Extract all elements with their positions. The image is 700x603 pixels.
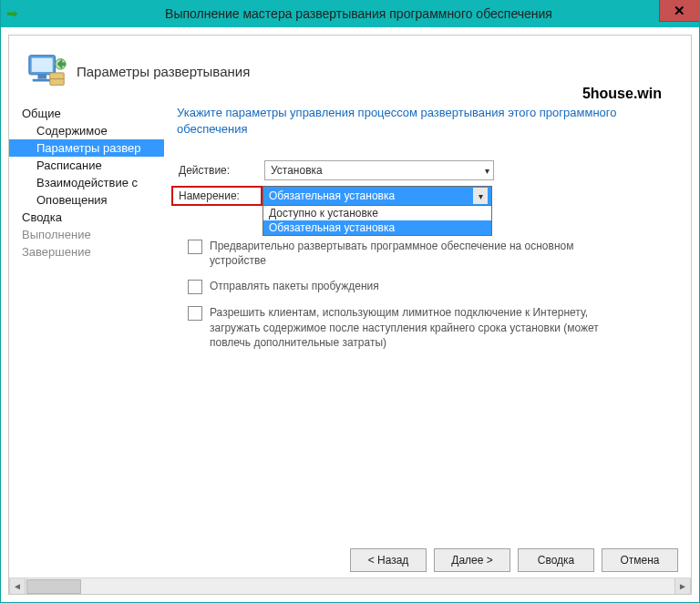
- horizontal-scrollbar[interactable]: ◄ ►: [9, 577, 691, 594]
- wizard-window: ➡ Выполнение мастера развертывания прогр…: [0, 0, 700, 603]
- arrow-icon: ➡: [6, 5, 18, 22]
- scroll-thumb[interactable]: [26, 579, 81, 594]
- close-button[interactable]: ✕: [659, 0, 699, 22]
- page-title: Параметры развертывания: [77, 64, 250, 79]
- titlebar: ➡ Выполнение мастера развертывания прогр…: [1, 0, 699, 27]
- sendwake-label: Отправлять пакеты пробуждения: [210, 279, 379, 293]
- nav-progress: Выполнение: [9, 226, 164, 243]
- svg-rect-3: [33, 79, 52, 82]
- metered-row: Разрешить клиентам, использующим лимитно…: [188, 305, 673, 350]
- instruction-text: Укажите параметры управления процессом р…: [177, 105, 651, 137]
- intent-value: Обязательная установка: [269, 189, 395, 202]
- predeploy-row: Предварительно развертывать программное …: [188, 239, 673, 268]
- wizard-nav: Общие Содержимое Параметры развер Распис…: [9, 101, 164, 539]
- nav-general[interactable]: Общие: [9, 105, 164, 122]
- svg-rect-2: [37, 75, 46, 79]
- cancel-button[interactable]: Отмена: [602, 548, 678, 572]
- intent-option-required[interactable]: Обязательная установка: [263, 220, 491, 235]
- intent-label: Намерение:: [171, 186, 262, 206]
- nav-deploy-params[interactable]: Параметры развер: [9, 139, 164, 157]
- content-row: Общие Содержимое Параметры развер Распис…: [9, 101, 691, 539]
- chevron-down-icon: ▾: [485, 166, 489, 176]
- nav-content[interactable]: Содержимое: [9, 122, 164, 139]
- next-button[interactable]: Далее >: [434, 548, 510, 572]
- metered-checkbox[interactable]: [188, 306, 202, 321]
- metered-label: Разрешить клиентам, использующим лимитно…: [210, 305, 629, 350]
- intent-select[interactable]: Обязательная установка ▾: [262, 186, 492, 206]
- action-value: Установка: [271, 164, 323, 177]
- wizard-body: Параметры развертывания 5house.win Общие…: [8, 35, 692, 595]
- close-icon: ✕: [674, 3, 685, 19]
- nav-schedule[interactable]: Расписание: [9, 157, 164, 174]
- summary-button[interactable]: Сводка: [518, 548, 594, 572]
- intent-row: Намерение: Обязательная установка ▾ Дост…: [177, 186, 673, 206]
- wizard-buttons: < Назад Далее > Сводка Отмена: [9, 539, 691, 577]
- svg-rect-1: [32, 58, 53, 72]
- nav-user-experience[interactable]: Взаимодействие с: [9, 174, 164, 191]
- predeploy-label: Предварительно развертывать программное …: [210, 239, 629, 268]
- main-panel: Укажите параметры управления процессом р…: [164, 101, 691, 539]
- nav-alerts[interactable]: Оповещения: [9, 191, 164, 209]
- back-button[interactable]: < Назад: [350, 548, 427, 572]
- sendwake-row: Отправлять пакеты пробуждения: [188, 279, 673, 294]
- scroll-right-icon[interactable]: ►: [674, 578, 691, 595]
- action-select[interactable]: Установка ▾: [264, 160, 494, 180]
- nav-completion: Завершение: [9, 243, 164, 261]
- action-row: Действие: Установка ▾: [177, 160, 673, 180]
- predeploy-checkbox[interactable]: [188, 240, 202, 254]
- intent-dropdown: Доступно к установке Обязательная устано…: [262, 206, 492, 236]
- window-title: Выполнение мастера развертывания програм…: [18, 6, 699, 21]
- sendwake-checkbox[interactable]: [188, 280, 202, 294]
- scroll-left-icon[interactable]: ◄: [9, 578, 26, 595]
- action-label: Действие:: [177, 164, 264, 177]
- watermark: 5house.win: [582, 86, 662, 102]
- nav-summary[interactable]: Сводка: [9, 209, 164, 226]
- chevron-down-icon: ▾: [473, 188, 488, 204]
- intent-option-available[interactable]: Доступно к установке: [263, 206, 491, 220]
- deployment-icon: [26, 50, 67, 92]
